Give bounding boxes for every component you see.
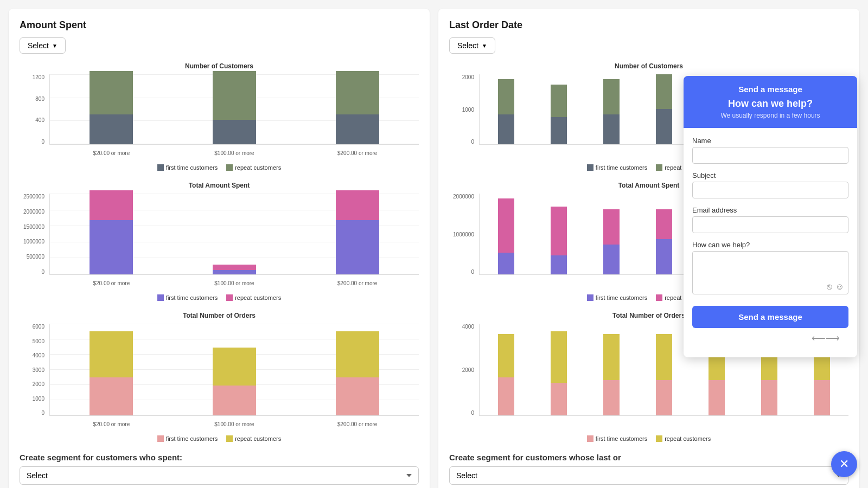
bar-group-2: $100.00 or more — [173, 71, 296, 144]
segment-label-last-order: Create segment for customers whose last … — [449, 453, 848, 462]
bar-group-o3: $200.00 or more — [296, 331, 419, 415]
legend-dot-first-orders — [157, 435, 164, 442]
segment-label-amount: Create segment for customers who spent: — [20, 453, 419, 462]
legend-dot-repeat-orders — [226, 435, 233, 442]
legend-dot-repeat-amount — [226, 294, 233, 301]
bar-group-o2: $100.00 or more — [173, 348, 296, 415]
legend-dot-repeat — [226, 164, 233, 171]
amount-spent-panel: Amount Spent Select ▼ Number of Customer… — [9, 9, 430, 488]
total-amount-chart: Total Amount Spent 2500000 2000000 15000… — [20, 182, 419, 301]
total-orders-chart: Total Number of Orders 6000 5000 4000 30… — [20, 312, 419, 442]
segment-select-last-order[interactable]: Select — [449, 466, 848, 485]
total-orders-bar-chart: 6000 5000 4000 3000 2000 1000 0 — [20, 324, 419, 432]
bar-group-1: $20.00 or more — [50, 71, 173, 144]
amount-spent-select[interactable]: Select ▼ — [20, 37, 66, 54]
chat-email-input[interactable] — [692, 216, 848, 233]
legend-amount: first time customers repeat customers — [20, 294, 419, 301]
num-customers-title: Number of Customers — [20, 62, 419, 70]
bars-area-amount: $20.00 or more $100.00 or more — [49, 194, 419, 275]
segment-select-amount[interactable]: Select — [20, 466, 419, 485]
y-axis-to-time: 4000 2000 0 — [449, 324, 476, 416]
legend-to-time: first time customers repeat customers — [449, 435, 848, 442]
chevron-down-icon-2: ▼ — [482, 43, 487, 49]
total-amount-title: Total Amount Spent — [20, 182, 419, 189]
chat-help-sub: We usually respond in a few hours — [692, 112, 848, 119]
num-customers-bar-chart: 1200 800 400 0 — [20, 74, 419, 161]
y-axis: 1200 800 400 0 — [20, 74, 47, 145]
legend-dot-first-amount — [157, 294, 164, 301]
chat-help-title: How can we help? — [692, 98, 848, 110]
legend-orders: first time customers repeat customers — [20, 435, 419, 442]
chat-name-label: Name — [692, 137, 848, 145]
bars-area-orders: $20.00 or more $100.00 or more — [49, 324, 419, 416]
chat-close-button[interactable]: ✕ — [831, 451, 857, 477]
chat-header-title: Send a message — [692, 85, 848, 94]
chat-message-field: How can we help? ⎋ ☺ — [692, 241, 848, 296]
chat-body: Name Subject Email address How can we he… — [684, 128, 857, 357]
bars-area: $20.00 or more $100.00 or more — [49, 74, 419, 145]
total-orders-title: Total Number of Orders — [20, 312, 419, 319]
chat-name-field: Name — [692, 137, 848, 164]
legend: first time customers repeat customers — [20, 164, 419, 171]
legend-dot-first — [157, 164, 164, 171]
bar-group-3: $200.00 or more — [296, 71, 419, 144]
bar-group-o1: $20.00 or more — [50, 331, 173, 415]
y-axis-ta-time: 2000000 1000000 0 — [449, 194, 476, 275]
y-axis-nc-time: 2000 1000 0 — [449, 74, 476, 145]
chat-name-input[interactable] — [692, 147, 848, 164]
chevron-down-icon: ▼ — [52, 43, 58, 49]
chat-subject-input[interactable] — [692, 182, 848, 198]
chat-logo-icon: ⟵⟶ — [812, 333, 840, 344]
segment-form-last-order: Create segment for customers whose last … — [449, 453, 848, 485]
num-customers-chart: Number of Customers 1200 800 400 0 — [20, 62, 419, 171]
chat-subject-field: Subject — [692, 171, 848, 198]
attach-icon: ⎋ — [827, 282, 832, 292]
chat-message-input[interactable] — [692, 251, 848, 294]
y-axis-amount: 2500000 2000000 1500000 1000000 500000 0 — [20, 194, 47, 275]
chat-subject-label: Subject — [692, 171, 848, 179]
num-customers-time-title: Number of Customers — [449, 62, 848, 70]
chat-email-label: Email address — [692, 206, 848, 214]
chat-message-label: How can we help? — [692, 241, 848, 249]
segment-form-amount: Create segment for customers who spent: … — [20, 453, 419, 485]
bar-group-a2: $100.00 or more — [173, 265, 296, 274]
chat-email-field: Email address — [692, 206, 848, 233]
total-amount-bar-chart: 2500000 2000000 1500000 1000000 500000 0 — [20, 194, 419, 291]
emoji-icon: ☺ — [835, 282, 844, 292]
close-icon: ✕ — [839, 457, 849, 471]
bar-group-a3: $200.00 or more — [296, 190, 419, 274]
chat-widget: Send a message How can we help? We usual… — [684, 76, 857, 357]
chat-send-button[interactable]: Send a message — [692, 306, 848, 328]
last-order-date-select[interactable]: Select ▼ — [449, 37, 495, 54]
bar-group-a1: $20.00 or more — [50, 190, 173, 274]
chat-header: Send a message How can we help? We usual… — [684, 76, 857, 128]
last-order-date-title: Last Order Date — [449, 20, 848, 31]
amount-spent-title: Amount Spent — [20, 20, 419, 31]
y-axis-orders: 6000 5000 4000 3000 2000 1000 0 — [20, 324, 47, 416]
